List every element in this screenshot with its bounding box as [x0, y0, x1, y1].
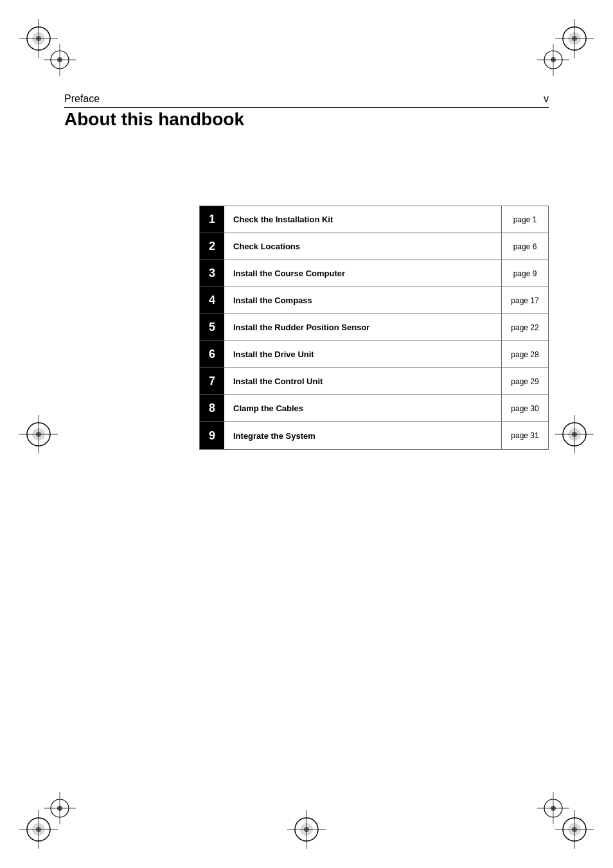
side-mark-right	[555, 415, 594, 454]
page-header: Preface v	[64, 93, 549, 108]
toc-row: 2Check Locationspage 6	[200, 233, 548, 260]
toc-row: 9Integrate the Systempage 31	[200, 422, 548, 449]
toc-item-page: page 6	[502, 233, 548, 260]
toc-item-number: 9	[200, 422, 224, 449]
toc-item-title: Install the Control Unit	[224, 368, 502, 394]
toc-item-page: page 31	[502, 422, 548, 449]
toc-item-page: page 22	[502, 314, 548, 341]
toc-item-title: Check the Installation Kit	[224, 206, 502, 233]
toc-item-title: Install the Course Computer	[224, 260, 502, 287]
toc-row: 3Install the Course Computerpage 9	[200, 260, 548, 287]
toc-item-page: page 28	[502, 341, 548, 368]
inner-mark-tl	[44, 44, 76, 76]
toc-table: 1Check the Installation Kitpage 12Check …	[199, 206, 549, 450]
header-page-number: v	[544, 93, 549, 105]
toc-item-page: page 17	[502, 287, 548, 314]
toc-item-number: 6	[200, 341, 224, 368]
toc-item-title: Install the Compass	[224, 287, 502, 314]
toc-item-number: 8	[200, 395, 224, 421]
inner-mark-br	[537, 792, 569, 824]
toc-item-page: page 29	[502, 368, 548, 394]
inner-mark-bl	[44, 792, 76, 824]
toc-item-number: 1	[200, 206, 224, 233]
toc-row: 4Install the Compasspage 17	[200, 287, 548, 314]
toc-item-number: 3	[200, 260, 224, 287]
toc-item-page: page 9	[502, 260, 548, 287]
bottom-center-mark	[287, 810, 326, 849]
toc-item-page: page 30	[502, 395, 548, 421]
toc-item-title: Install the Rudder Position Sensor	[224, 314, 502, 341]
toc-item-number: 4	[200, 287, 224, 314]
toc-row: 6Install the Drive Unitpage 28	[200, 341, 548, 368]
inner-mark-tr	[537, 44, 569, 76]
toc-item-title: Clamp the Cables	[224, 395, 502, 421]
toc-item-page: page 1	[502, 206, 548, 233]
header-section-label: Preface	[64, 93, 100, 105]
page-title: About this handbook	[64, 109, 244, 130]
toc-row: 5Install the Rudder Position Sensorpage …	[200, 314, 548, 341]
toc-item-title: Install the Drive Unit	[224, 341, 502, 368]
toc-item-title: Integrate the System	[224, 422, 502, 449]
toc-row: 7Install the Control Unitpage 29	[200, 368, 548, 395]
toc-item-number: 7	[200, 368, 224, 394]
toc-item-number: 2	[200, 233, 224, 260]
side-mark-left	[19, 415, 58, 454]
toc-row: 8Clamp the Cablespage 30	[200, 395, 548, 422]
toc-row: 1Check the Installation Kitpage 1	[200, 206, 548, 233]
toc-item-number: 5	[200, 314, 224, 341]
toc-item-title: Check Locations	[224, 233, 502, 260]
